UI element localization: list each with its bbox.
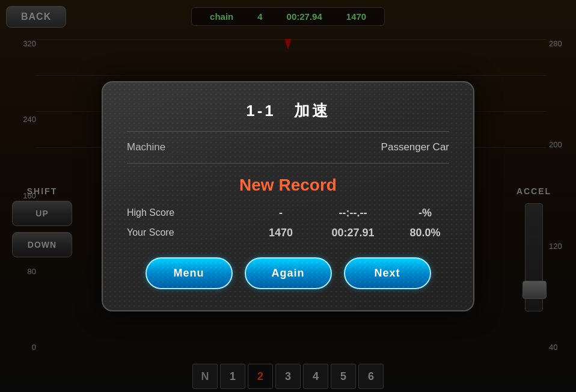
- high-score-values: - --:--.-- -%: [205, 207, 449, 219]
- modal-title: 1-1 加速: [127, 100, 449, 121]
- result-modal: 1-1 加速 Machine Passenger Car New Record …: [102, 81, 474, 311]
- your-score-values: 1470 00:27.91 80.0%: [205, 227, 449, 239]
- again-button[interactable]: Again: [245, 257, 332, 289]
- high-score-row: High Score - --:--.-- -%: [127, 207, 449, 219]
- your-score-time: 00:27.91: [329, 227, 377, 239]
- high-score-pct: -%: [401, 207, 449, 219]
- high-score-time: --:--.--: [329, 207, 377, 219]
- your-score-row: Your Score 1470 00:27.91 80.0%: [127, 227, 449, 239]
- high-score-label: High Score: [127, 207, 205, 218]
- menu-button[interactable]: Menu: [146, 257, 233, 289]
- machine-value: Passenger Car: [381, 141, 449, 153]
- new-record-text: New Record: [127, 176, 449, 195]
- your-score-points: 1470: [257, 227, 305, 239]
- your-score-label: Your Score: [127, 227, 205, 238]
- your-score-pct: 80.0%: [401, 227, 449, 239]
- machine-row: Machine Passenger Car: [127, 141, 449, 153]
- modal-buttons: Menu Again Next: [127, 257, 449, 289]
- modal-divider-1: [127, 131, 449, 132]
- modal-divider-2: [127, 163, 449, 164]
- high-score-points: -: [257, 207, 305, 219]
- next-button[interactable]: Next: [344, 257, 431, 289]
- machine-label: Machine: [127, 141, 165, 153]
- modal-overlay: 1-1 加速 Machine Passenger Car New Record …: [0, 0, 576, 392]
